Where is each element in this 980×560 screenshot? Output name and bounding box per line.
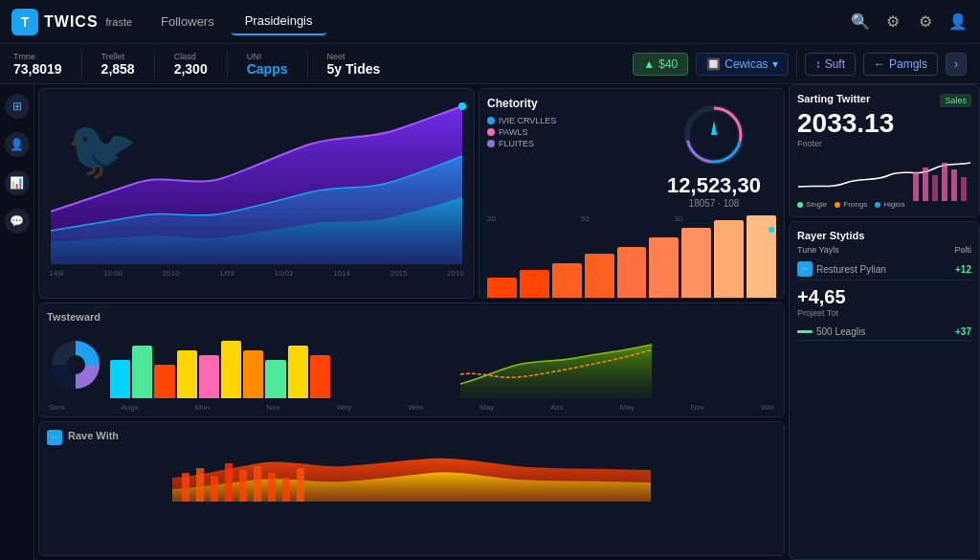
search-icon[interactable]: 🔍: [850, 11, 871, 33]
divider-5: [796, 51, 797, 78]
sidebar-icon-3[interactable]: 📊: [5, 170, 30, 195]
svg-rect-12: [239, 470, 247, 502]
money-button[interactable]: ▲ $40: [633, 53, 688, 76]
user-icon[interactable]: 👤: [947, 11, 969, 33]
tab-prasideingis[interactable]: Prasideingis: [232, 8, 326, 35]
area-chart: 🐦: [47, 97, 466, 269]
svg-marker-5: [711, 121, 717, 135]
big-number: 12,523,30: [667, 173, 761, 198]
divider-3: [227, 51, 228, 78]
more-button[interactable]: ›: [946, 53, 967, 76]
stat-neet: Neet 5y Tides: [327, 52, 381, 77]
bar-item: [617, 247, 647, 299]
gauge: [676, 97, 752, 173]
bar-item: [552, 263, 582, 299]
legend-pawls: PAWLS: [487, 127, 644, 137]
legend-fluites: FLUITES: [487, 139, 644, 148]
stat-clasd: Clasd 2,300: [174, 52, 208, 77]
pamgls-button[interactable]: ← Pamgls: [863, 53, 938, 76]
legend-higios-dot: [875, 202, 880, 208]
rave-twitter-icon: 🐦: [47, 430, 62, 445]
nav-tabs: Followers Prasideingis: [147, 8, 325, 35]
sidebar-icon-1[interactable]: ⊞: [5, 94, 30, 119]
chetority-info: Chetority IVIE CRVLLES PAWLS FLUITES: [487, 97, 644, 209]
gear-icon-2[interactable]: ⚙: [915, 11, 936, 33]
logo-icon: T: [11, 9, 38, 35]
area-chart-panel: 🐦: [38, 88, 475, 299]
svg-rect-18: [923, 168, 928, 201]
divider-2: [154, 51, 155, 78]
rayer-row-3: 500 Leaglis +37: [797, 324, 971, 341]
sarting-svg: [797, 148, 971, 201]
sales-badge: Sales: [940, 94, 971, 107]
legend-frongs-dot: [835, 202, 840, 208]
rayer-stytids-card: Rayer Stytids Tune Yayls Polti 🐦 Resture…: [789, 221, 980, 560]
rayer-big-num: +4,65: [797, 286, 971, 308]
svg-rect-10: [211, 476, 218, 502]
suft-button[interactable]: ↕ Suft: [805, 53, 856, 76]
svg-rect-13: [254, 466, 261, 502]
legend-ivie: IVIE CRVLLES: [487, 116, 644, 125]
gear-icon-1[interactable]: ⚙: [882, 11, 903, 33]
bottom-charts: Twsteward: [38, 302, 785, 556]
sarting-title: Sarting Twitter: [797, 93, 870, 104]
divider-4: [307, 51, 308, 78]
sarting-legend: Single Frongs Higios: [797, 200, 971, 209]
bar-item: [714, 220, 744, 299]
sarting-sub: Footer: [797, 139, 971, 148]
svg-rect-11: [225, 463, 233, 502]
rayer-twitter-icon: 🐦: [797, 261, 813, 277]
bar-item: [520, 270, 549, 299]
svg-rect-22: [961, 177, 967, 201]
svg-rect-17: [913, 172, 919, 201]
navbar: T TWICS fraste Followers Prasideingis 🔍 …: [0, 0, 980, 44]
sarting-twitter-card: Sarting Twitter Sales 2033.13 Footer: [789, 84, 980, 217]
twsteward-panel: Twsteward: [38, 302, 785, 417]
bottom-left: Twsteward: [38, 302, 785, 556]
twitter-bird-watermark: 🐦: [66, 116, 138, 184]
ravewidth-title: Rave With: [68, 430, 119, 441]
sidebar-icon-4[interactable]: 💬: [5, 209, 30, 234]
right-panel: Sarting Twitter Sales 2033.13 Footer: [789, 84, 980, 560]
top-charts: 🐦: [38, 88, 785, 299]
legend-single-dot: [797, 202, 803, 208]
tab-followers[interactable]: Followers: [147, 9, 228, 34]
sarting-chart: [797, 148, 971, 196]
stat-tmne: Tmne 73,8019: [13, 52, 62, 77]
logo-sub: fraste: [106, 16, 133, 28]
nav-right: 🔍 ⚙ ⚙ 👤: [850, 11, 969, 33]
logo: T TWICS fraste: [11, 9, 132, 35]
divider-1: [81, 51, 82, 78]
twsteward-line: [336, 331, 776, 398]
ravewidth-panel: 🐦 Rave With: [38, 421, 785, 556]
legend-dot-3: [487, 140, 495, 147]
legend-dot-2: [487, 128, 495, 136]
legend-dot-1: [487, 117, 495, 124]
svg-rect-16: [297, 468, 304, 502]
sarting-number: 2033.13: [797, 108, 971, 139]
twsteward-x-labels: Sent Augs Mon Nov Wey Wes May Ass May No…: [47, 403, 776, 412]
stat-uni: UNI Capps: [247, 52, 288, 77]
x-axis-labels: 14|8 10:00 2010 1/09 10/01 1014 2015 201…: [47, 269, 466, 278]
rayer-val-3: +37: [955, 326, 971, 337]
logo-text: TWICS: [44, 13, 99, 31]
svg-rect-21: [951, 169, 957, 201]
big-sub: 18057 · 108: [689, 198, 740, 209]
chetority-title: Chetority: [487, 97, 644, 110]
twsteward-pie: [47, 336, 104, 393]
center-content: 🐦: [34, 84, 789, 560]
services-button[interactable]: 🔲 Cewicas ▾: [696, 53, 788, 76]
svg-rect-9: [196, 468, 204, 502]
bar-item: [487, 278, 517, 299]
green-line-icon: [797, 330, 813, 333]
svg-rect-20: [942, 163, 947, 201]
svg-point-7: [66, 355, 85, 374]
stats-bar: Tmne 73,8019 Trellet 2,858 Clasd 2,300 U…: [0, 44, 980, 84]
stat-trellet: Trellet 2,858: [101, 52, 135, 77]
rayer-trehoha: Projeet Tot: [797, 308, 971, 318]
chetority-top: Chetority IVIE CRVLLES PAWLS FLUITES: [487, 97, 776, 209]
svg-rect-19: [932, 175, 938, 201]
svg-rect-14: [268, 473, 276, 502]
bar-item: [585, 254, 614, 299]
sidebar-icon-2[interactable]: 👤: [5, 132, 30, 157]
